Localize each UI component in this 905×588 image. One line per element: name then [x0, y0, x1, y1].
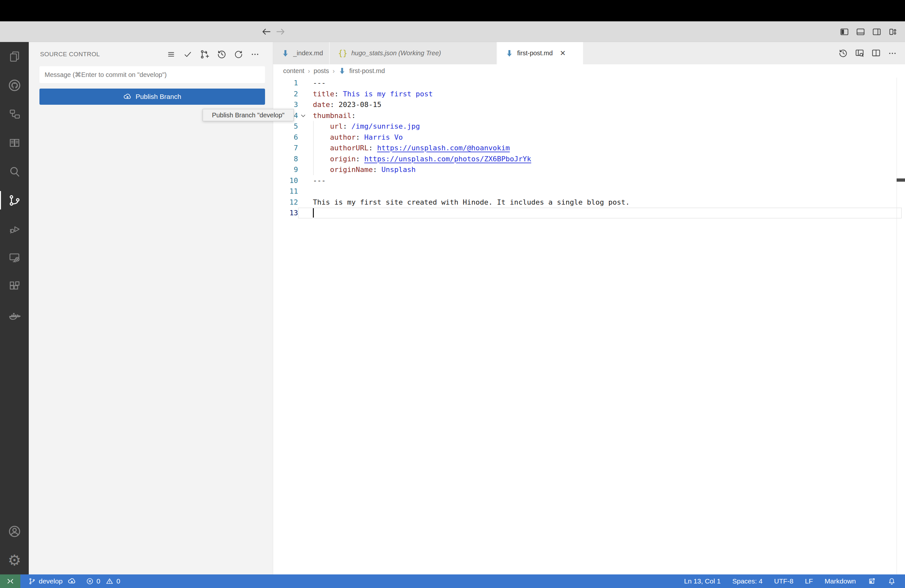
overview-ruler[interactable]	[897, 78, 897, 574]
run-debug-icon[interactable]	[0, 215, 29, 243]
remote-window-icon	[6, 577, 14, 585]
explorer-icon[interactable]	[0, 42, 29, 71]
warnings-icon	[106, 577, 113, 585]
github-icon[interactable]	[0, 71, 29, 100]
code-text: originName: Unsplash	[313, 164, 416, 175]
line-number: 3	[273, 99, 298, 110]
commit-check-icon[interactable]	[183, 49, 193, 59]
code-text: date: 2023-08-15	[313, 99, 381, 110]
code-line[interactable]: 2title: This is my first post	[273, 89, 905, 100]
line-number: 13	[273, 208, 298, 219]
markdown-file-icon	[505, 49, 513, 57]
search-icon[interactable]	[0, 157, 29, 186]
accounts-icon[interactable]	[0, 517, 29, 546]
markdown-file-icon	[281, 49, 289, 57]
toggle-secondary-sidebar-icon[interactable]	[872, 27, 882, 37]
history-icon[interactable]	[217, 49, 227, 59]
editor-group: _index.md {} hugo_stats.json (Working Tr…	[273, 42, 905, 574]
code-text: authorURL: https://unsplash.com/@hoanvok…	[313, 143, 510, 154]
encoding-status[interactable]: UTF-8	[774, 577, 794, 585]
remote-explorer-icon[interactable]	[0, 243, 29, 272]
publish-cloud-icon	[68, 577, 76, 586]
docs-book-icon[interactable]	[0, 128, 29, 157]
breadcrumb-item[interactable]: content	[283, 67, 305, 75]
code-line[interactable]: 4thumbnail:	[273, 110, 905, 121]
line-number: 8	[273, 154, 298, 165]
create-pull-request-icon[interactable]	[199, 49, 210, 59]
window-top-strip	[0, 0, 905, 21]
activity-bar-spacer	[0, 330, 29, 517]
line-number: 6	[273, 132, 298, 143]
source-control-icon[interactable]	[0, 186, 29, 215]
customize-layout-icon[interactable]	[888, 27, 898, 37]
overview-ruler-cursor-marker	[897, 178, 905, 182]
chevron-right-icon: ›	[308, 67, 310, 75]
status-bar: develop 0 0 Ln 13, Col 1 Spaces: 4 UTF-8…	[0, 574, 905, 588]
toggle-primary-sidebar-icon[interactable]	[839, 27, 849, 37]
more-actions-icon[interactable]	[888, 48, 897, 58]
view-as-list-icon[interactable]	[167, 49, 176, 59]
code-line[interactable]: 11	[273, 186, 905, 197]
navigate-forward-icon[interactable]	[275, 26, 286, 38]
code-line[interactable]: 10---	[273, 175, 905, 186]
publish-branch-button[interactable]: Publish Branch	[40, 89, 265, 105]
remote-indicator[interactable]	[0, 574, 21, 588]
fold-chevron-icon[interactable]	[300, 112, 307, 119]
code-lines[interactable]: 1---2title: This is my first post3date: …	[273, 78, 905, 219]
timeline-history-icon[interactable]	[838, 48, 848, 58]
line-number: 1	[273, 78, 298, 89]
cursor-position-status[interactable]: Ln 13, Col 1	[684, 577, 721, 585]
text-cursor	[313, 208, 314, 218]
cloud-upload-icon	[123, 92, 132, 101]
close-tab-icon[interactable]: ✕	[560, 50, 566, 57]
code-line[interactable]: 6 author: Harris Vo	[273, 132, 905, 143]
more-actions-icon[interactable]	[250, 49, 260, 59]
code-text: ---	[313, 175, 326, 186]
feedback-icon[interactable]	[867, 577, 876, 585]
chevron-right-icon: ›	[333, 67, 335, 75]
toggle-panel-icon[interactable]	[856, 27, 865, 37]
publish-branch-label: Publish Branch	[135, 93, 181, 100]
activity-bar: ⚙	[0, 42, 29, 574]
tab-hugo-stats-json[interactable]: {} hugo_stats.json (Working Tree)	[330, 42, 497, 64]
title-bar: hinode-demo	[0, 21, 905, 42]
markdown-file-icon	[338, 67, 346, 75]
code-text: thumbnail:	[313, 110, 356, 121]
indentation-status[interactable]: Spaces: 4	[732, 577, 762, 585]
breadcrumb-item[interactable]: posts	[313, 67, 329, 75]
settings-gear-icon[interactable]: ⚙	[0, 546, 29, 574]
line-number: 10	[273, 175, 298, 186]
tab-bar: _index.md {} hugo_stats.json (Working Tr…	[273, 42, 905, 64]
code-line[interactable]: 3date: 2023-08-15	[273, 99, 905, 110]
code-line[interactable]: 7 authorURL: https://unsplash.com/@hoanv…	[273, 143, 905, 154]
git-branch-icon	[28, 577, 36, 585]
code-line[interactable]: 1---	[273, 78, 905, 89]
line-number: 2	[273, 89, 298, 100]
notifications-bell-icon[interactable]	[888, 577, 896, 585]
split-editor-icon[interactable]	[871, 48, 881, 58]
code-text: ---	[313, 78, 326, 89]
extensions-icon[interactable]	[0, 272, 29, 301]
navigate-back-icon[interactable]	[260, 26, 272, 38]
tab-index-md[interactable]: _index.md	[273, 42, 330, 64]
problems-status[interactable]: 0 0	[86, 577, 120, 585]
line-number: 7	[273, 143, 298, 154]
line-number: 11	[273, 186, 298, 197]
eol-status[interactable]: LF	[805, 577, 813, 585]
tab-first-post-md[interactable]: first-post.md ✕	[497, 42, 583, 64]
code-text: url: /img/sunrise.jpg	[313, 121, 420, 132]
breadcrumb-item[interactable]: first-post.md	[349, 67, 385, 75]
docker-icon[interactable]	[0, 301, 29, 330]
code-line[interactable]: 9 originName: Unsplash	[273, 164, 905, 175]
code-line[interactable]: 12This is my first site created with Hin…	[273, 197, 905, 208]
code-line[interactable]: 13	[273, 208, 905, 219]
commit-message-input[interactable]	[40, 66, 265, 83]
open-preview-icon[interactable]	[854, 48, 865, 58]
branch-status[interactable]: develop	[28, 577, 76, 586]
language-mode-status[interactable]: Markdown	[824, 577, 856, 585]
code-line[interactable]: 8 origin: https://unsplash.com/photos/ZX…	[273, 154, 905, 165]
breadcrumb: content › posts › first-post.md	[273, 64, 905, 78]
refresh-icon[interactable]	[234, 49, 243, 59]
remote-hub-icon[interactable]	[0, 100, 29, 128]
code-line[interactable]: 5 url: /img/sunrise.jpg	[273, 121, 905, 132]
